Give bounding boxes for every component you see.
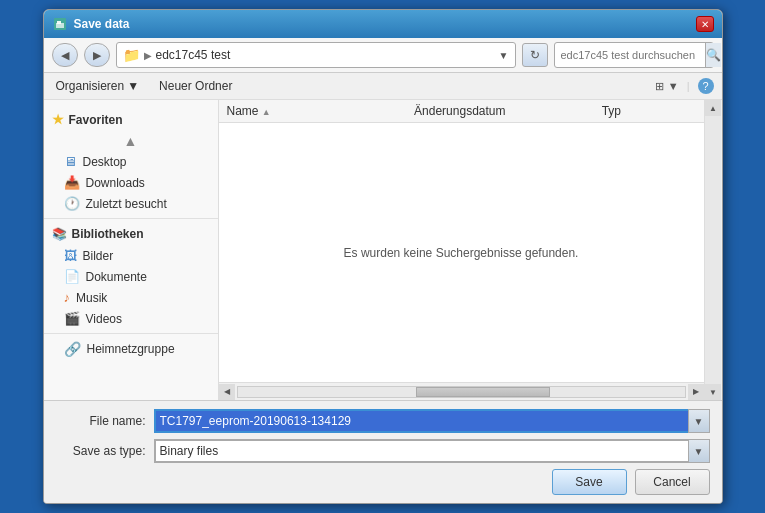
- sidebar-item-desktop[interactable]: 🖥 Desktop: [44, 151, 218, 172]
- sidebar-item-heimnetz-label: Heimnetzgruppe: [87, 342, 175, 356]
- toolbar: ◀ ▶ 📁 ▶ edc17c45 test ▼ ↻ 🔍: [44, 38, 722, 73]
- libraries-section[interactable]: 📚 Bibliotheken: [44, 223, 218, 245]
- savetype-row: Save as type: ▼: [56, 439, 710, 463]
- scroll-track-v[interactable]: [705, 116, 721, 384]
- bottom-form: File name: ▼ Save as type: ▼ Save Cancel: [44, 400, 722, 503]
- musik-icon: ♪: [64, 290, 71, 305]
- organize-arrow: ▼: [127, 79, 139, 93]
- separator: |: [687, 80, 690, 92]
- path-arrow: ▶: [144, 50, 152, 61]
- dialog-icon: [52, 16, 68, 32]
- vertical-scrollbar[interactable]: ▲ ▼: [704, 100, 722, 400]
- downloads-icon: 📥: [64, 175, 80, 190]
- libraries-label: Bibliotheken: [72, 227, 144, 241]
- filename-label: File name:: [56, 414, 146, 428]
- scroll-down-button[interactable]: ▼: [705, 384, 721, 400]
- libraries-icon: 📚: [52, 227, 67, 241]
- savetype-input-wrapper: ▼: [154, 439, 710, 463]
- sidebar-item-downloads-label: Downloads: [86, 176, 145, 190]
- recent-icon: 🕐: [64, 196, 80, 211]
- content-area: ★ Favoriten ▲ 🖥 Desktop 📥 Downloads 🕐 Zu…: [44, 100, 722, 400]
- savetype-label: Save as type:: [56, 444, 146, 458]
- path-folder-icon: 📁: [123, 47, 140, 63]
- help-button[interactable]: ?: [698, 78, 714, 94]
- title-bar: Save data ✕: [44, 10, 722, 38]
- sidebar-item-recent[interactable]: 🕐 Zuletzt besucht: [44, 193, 218, 214]
- path-bar[interactable]: 📁 ▶ edc17c45 test ▼: [116, 42, 516, 68]
- organize-label: Organisieren: [56, 79, 125, 93]
- col-name-header: Name ▲: [227, 104, 415, 118]
- col-type-header: Typ: [602, 104, 696, 118]
- videos-icon: 🎬: [64, 311, 80, 326]
- dokumente-icon: 📄: [64, 269, 80, 284]
- view-dropdown-arrow[interactable]: ▼: [668, 80, 679, 92]
- sidebar-item-musik[interactable]: ♪ Musik: [44, 287, 218, 308]
- savetype-dropdown-button[interactable]: ▼: [688, 439, 710, 463]
- menu-bar: Organisieren ▼ Neuer Ordner ⊞ ▼ | ?: [44, 73, 722, 100]
- favorites-label: Favoriten: [69, 113, 123, 127]
- filename-dropdown-button[interactable]: ▼: [688, 409, 710, 433]
- savetype-input: [154, 439, 688, 463]
- sidebar-item-desktop-label: Desktop: [83, 155, 127, 169]
- filename-row: File name: ▼: [56, 409, 710, 433]
- sidebar-separator-1: [44, 218, 218, 219]
- save-button[interactable]: Save: [552, 469, 627, 495]
- sidebar-item-bilder[interactable]: 🖼 Bilder: [44, 245, 218, 266]
- new-folder-button[interactable]: Neuer Ordner: [155, 77, 236, 95]
- search-button[interactable]: 🔍: [705, 43, 721, 67]
- sidebar-separator-2: [44, 333, 218, 334]
- filename-input[interactable]: [154, 409, 688, 433]
- sidebar-item-downloads[interactable]: 📥 Downloads: [44, 172, 218, 193]
- search-bar[interactable]: 🔍: [554, 42, 714, 68]
- horizontal-scrollbar[interactable]: ◀ ▶: [219, 382, 704, 400]
- favorites-section[interactable]: ★ Favoriten: [44, 108, 218, 131]
- scroll-track[interactable]: [237, 386, 686, 398]
- search-input[interactable]: [555, 49, 705, 61]
- scroll-right-button[interactable]: ▶: [688, 384, 704, 400]
- organize-menu[interactable]: Organisieren ▼: [52, 77, 144, 95]
- cancel-button[interactable]: Cancel: [635, 469, 710, 495]
- path-dropdown-arrow[interactable]: ▼: [499, 50, 509, 61]
- heimnetz-icon: 🔗: [64, 341, 81, 357]
- svg-rect-2: [57, 21, 61, 24]
- close-button[interactable]: ✕: [696, 16, 714, 32]
- scroll-left-button[interactable]: ◀: [219, 384, 235, 400]
- search-icon: 🔍: [706, 48, 721, 62]
- scroll-up-button[interactable]: ▲: [705, 100, 721, 116]
- refresh-button[interactable]: ↻: [522, 43, 548, 67]
- sidebar-item-dokumente[interactable]: 📄 Dokumente: [44, 266, 218, 287]
- save-dialog: Save data ✕ ◀ ▶ 📁 ▶ edc17c45 test ▼ ↻ 🔍 …: [43, 9, 723, 504]
- filename-input-wrapper: ▼: [154, 409, 710, 433]
- forward-button[interactable]: ▶: [84, 43, 110, 67]
- scroll-thumb[interactable]: [416, 387, 550, 397]
- column-header: Name ▲ Änderungsdatum Typ: [219, 100, 704, 123]
- sidebar-item-videos-label: Videos: [86, 312, 122, 326]
- empty-message: Es wurden keine Suchergebnisse gefunden.: [219, 123, 704, 382]
- sort-arrow: ▲: [262, 107, 271, 117]
- path-text: edc17c45 test: [156, 48, 495, 62]
- dialog-title: Save data: [74, 17, 130, 31]
- file-pane: Name ▲ Änderungsdatum Typ Es wurden kein…: [219, 100, 704, 400]
- favorites-icon: ★: [52, 112, 64, 127]
- sidebar-item-dokumente-label: Dokumente: [86, 270, 147, 284]
- sidebar-item-musik-label: Musik: [76, 291, 107, 305]
- dialog-buttons: Save Cancel: [56, 469, 710, 495]
- back-button[interactable]: ◀: [52, 43, 78, 67]
- view-icon[interactable]: ⊞: [655, 80, 664, 93]
- sidebar-item-videos[interactable]: 🎬 Videos: [44, 308, 218, 329]
- sidebar-item-heimnetz[interactable]: 🔗 Heimnetzgruppe: [44, 338, 218, 360]
- desktop-icon: 🖥: [64, 154, 77, 169]
- bilder-icon: 🖼: [64, 248, 77, 263]
- sidebar-item-bilder-label: Bilder: [83, 249, 114, 263]
- sidebar-scroll-up[interactable]: ▲: [44, 131, 218, 151]
- col-date-header: Änderungsdatum: [414, 104, 602, 118]
- sidebar: ★ Favoriten ▲ 🖥 Desktop 📥 Downloads 🕐 Zu…: [44, 100, 219, 400]
- sidebar-item-recent-label: Zuletzt besucht: [86, 197, 167, 211]
